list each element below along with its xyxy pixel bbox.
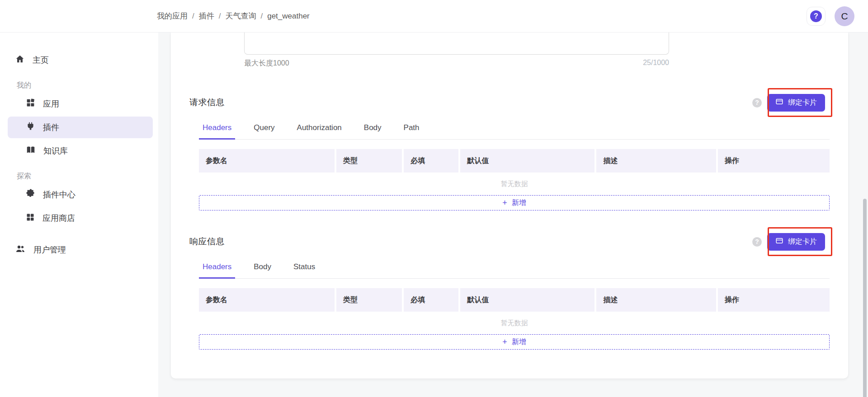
help-button[interactable]: ? — [807, 7, 826, 26]
col-param-name: 参数名 — [199, 149, 335, 173]
vertical-scrollbar[interactable] — [863, 199, 867, 397]
col-required: 必填 — [404, 288, 458, 312]
empty-data-text: 暂无数据 — [199, 180, 830, 188]
table-header-row: 参数名 类型 必填 默认值 描述 操作 — [199, 149, 830, 173]
bind-card-button-response[interactable]: 绑定卡片 — [767, 233, 825, 251]
tooltip-question-icon[interactable]: ? — [752, 237, 762, 247]
max-length-hint: 最大长度1000 — [244, 59, 289, 68]
sidebar-section-mine: 我的 — [17, 81, 158, 90]
request-section-title: 请求信息 — [189, 97, 225, 108]
textarea-hint-row: 最大长度1000 25/1000 — [244, 59, 669, 68]
tab-status[interactable]: Status — [290, 258, 319, 279]
breadcrumb-separator: / — [192, 12, 194, 21]
request-section-actions: ? 绑定卡片 — [752, 94, 830, 112]
sidebar-item-label: 应用商店 — [42, 213, 75, 224]
tab-headers[interactable]: Headers — [199, 119, 235, 140]
bind-card-label: 绑定卡片 — [788, 237, 817, 247]
tab-authorization[interactable]: Authorization — [293, 119, 345, 140]
sidebar-item-label: 插件中心 — [43, 189, 75, 200]
sidebar-item-plugin-center[interactable]: 插件中心 — [8, 184, 153, 206]
tab-path[interactable]: Path — [400, 119, 423, 140]
col-param-name: 参数名 — [199, 288, 335, 312]
breadcrumb-plugins[interactable]: 插件 — [199, 11, 214, 21]
response-section-header: 响应信息 ? 绑定卡片 — [189, 233, 830, 251]
plugin-icon — [26, 121, 35, 133]
tab-body[interactable]: Body — [250, 258, 275, 279]
empty-data-text: 暂无数据 — [199, 319, 830, 327]
sidebar-section-explore: 探索 — [17, 172, 158, 181]
sidebar-item-label: 主页 — [33, 55, 49, 65]
breadcrumb-my-apps[interactable]: 我的应用 — [157, 11, 188, 21]
response-params-table: 参数名 类型 必填 默认值 描述 操作 暂无数据 + 新增 — [199, 288, 830, 350]
table-header-row: 参数名 类型 必填 默认值 描述 操作 — [199, 288, 830, 312]
col-type: 类型 — [336, 288, 402, 312]
breadcrumb-separator: / — [260, 12, 263, 21]
breadcrumb-current-page: get_weather — [267, 12, 310, 21]
bind-card-label: 绑定卡片 — [788, 98, 817, 107]
topbar-actions: ? C — [807, 6, 854, 26]
apps-icon — [26, 98, 35, 110]
sidebar-item-label: 知识库 — [43, 145, 68, 156]
sidebar-item-app-store[interactable]: 应用商店 — [8, 207, 153, 229]
tooltip-question-icon[interactable]: ? — [752, 98, 762, 107]
avatar[interactable]: C — [835, 6, 854, 26]
char-counter: 25/1000 — [643, 59, 669, 68]
plugin-config-card: 最大长度1000 25/1000 请求信息 ? 绑定卡片 — [171, 33, 848, 378]
col-actions: 操作 — [718, 288, 830, 312]
sidebar-item-apps[interactable]: 应用 — [8, 93, 153, 115]
add-label: 新增 — [512, 337, 526, 347]
request-tabs: Headers Query Authorization Body Path — [199, 119, 830, 140]
top-header: 我的应用 / 插件 / 天气查询 / get_weather ? C — [0, 0, 868, 33]
sidebar-item-home[interactable]: 主页 — [8, 49, 153, 71]
puzzle-icon — [26, 189, 35, 201]
app-root: 我的应用 / 插件 / 天气查询 / get_weather ? C 主页 我的 — [0, 0, 868, 397]
request-section-header: 请求信息 ? 绑定卡片 — [189, 93, 830, 112]
add-label: 新增 — [512, 198, 526, 208]
plus-icon: + — [502, 337, 507, 347]
response-section-actions: ? 绑定卡片 — [752, 233, 830, 251]
col-required: 必填 — [404, 149, 458, 173]
response-section-title: 响应信息 — [189, 236, 225, 248]
breadcrumb: 我的应用 / 插件 / 天气查询 / get_weather — [157, 11, 310, 21]
home-icon — [15, 54, 25, 66]
users-icon — [15, 243, 26, 257]
sidebar-item-label: 用户管理 — [33, 244, 66, 255]
add-row-button-request[interactable]: + 新增 — [199, 195, 830, 210]
tab-headers[interactable]: Headers — [199, 258, 235, 279]
book-icon — [26, 145, 36, 157]
col-type: 类型 — [336, 149, 402, 173]
sidebar-item-knowledge[interactable]: 知识库 — [8, 140, 153, 162]
tab-query[interactable]: Query — [250, 119, 278, 140]
breadcrumb-separator: / — [219, 12, 221, 21]
sidebar: 主页 我的 应用 插件 知识库 探索 — [0, 33, 158, 397]
breadcrumb-weather-query[interactable]: 天气查询 — [225, 11, 256, 21]
sidebar-item-user-management[interactable]: 用户管理 — [8, 239, 153, 261]
col-description: 描述 — [596, 288, 716, 312]
sidebar-item-label: 插件 — [43, 122, 59, 133]
col-actions: 操作 — [718, 149, 830, 173]
tab-body[interactable]: Body — [360, 119, 385, 140]
col-default: 默认值 — [460, 149, 594, 173]
main-area: 最大长度1000 25/1000 请求信息 ? 绑定卡片 — [158, 33, 868, 397]
bind-card-button-request[interactable]: 绑定卡片 — [767, 94, 825, 112]
question-mark-icon: ? — [810, 10, 822, 22]
add-row-button-response[interactable]: + 新增 — [199, 334, 830, 350]
description-textarea[interactable] — [244, 33, 669, 55]
col-description: 描述 — [596, 149, 716, 173]
response-tabs: Headers Body Status — [199, 258, 830, 279]
request-params-table: 参数名 类型 必填 默认值 描述 操作 暂无数据 + 新增 — [199, 149, 830, 210]
app-store-icon — [26, 213, 35, 224]
col-default: 默认值 — [460, 288, 594, 312]
plus-icon: + — [502, 198, 507, 208]
card-icon — [775, 98, 783, 107]
sidebar-item-plugins[interactable]: 插件 — [8, 117, 153, 138]
sidebar-item-label: 应用 — [43, 98, 59, 109]
card-icon — [775, 237, 783, 247]
